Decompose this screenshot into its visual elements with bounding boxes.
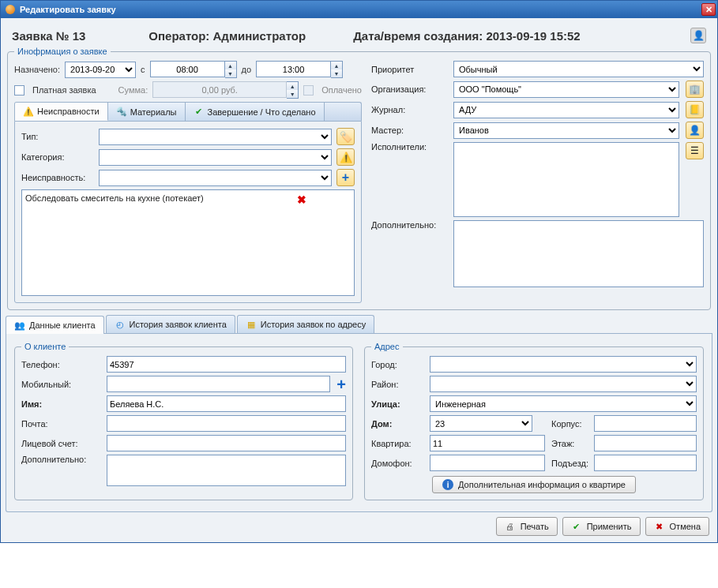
spin-down-icon[interactable]: ▼ — [331, 69, 342, 77]
apply-button[interactable]: ✔ Применить — [562, 517, 641, 536]
tab-defects[interactable]: ⚠️ Неисправности — [15, 103, 108, 121]
client-tabs: 👥 Данные клиента ◴ История заявок клиент… — [6, 315, 712, 334]
check-icon: ✔ — [571, 521, 582, 532]
tab-defects-body: Тип: 🏷️ Категория: ⚠️ Неисправность: — [14, 121, 362, 303]
assigned-date[interactable]: 2013-09-20 — [65, 62, 136, 78]
priority-label: Приоритет — [371, 65, 450, 74]
spin-down-icon[interactable]: ▼ — [225, 69, 236, 77]
tab-done[interactable]: ✔ Завершение / Что сделано — [186, 103, 325, 121]
spin-down-icon: ▼ — [287, 90, 298, 98]
apt-more-info-button[interactable]: i Дополнительная информация о квартире — [432, 476, 636, 493]
add-mobile-icon[interactable]: + — [336, 376, 346, 392]
type-select[interactable] — [99, 129, 332, 145]
flat-label: Квартира: — [371, 439, 427, 448]
apply-label: Применить — [587, 522, 632, 531]
korpus-label: Корпус: — [551, 419, 591, 429]
flat-input[interactable] — [430, 435, 545, 451]
email-label: Почта: — [21, 419, 103, 429]
created-label: Дата/время создания: — [353, 29, 483, 43]
defect-list[interactable]: Обследовать смеситель на кухне (потекает… — [21, 189, 355, 296]
org-label: Организация: — [371, 84, 450, 94]
address-legend: Адрес — [371, 342, 403, 351]
time-to[interactable] — [256, 61, 331, 77]
master-select[interactable]: Иванов — [453, 122, 679, 139]
button-bar: 🖨 Печать ✔ Применить ✖ Отмена — [6, 512, 712, 537]
cancel-label: Отмена — [670, 522, 701, 531]
defect-select[interactable] — [99, 170, 332, 186]
priority-select[interactable]: Обычный — [453, 61, 704, 77]
mobile-input[interactable] — [107, 376, 330, 392]
time-from[interactable] — [150, 61, 225, 77]
org-select[interactable]: ООО "Помощь" — [453, 81, 679, 98]
titlebar: Редактировать заявку ✕ — [1, 1, 717, 18]
client-extra-text[interactable] — [107, 455, 346, 486]
head-user-icon[interactable]: 👤 — [690, 28, 706, 43]
book-icon: 📒 — [689, 104, 701, 115]
cancel-icon: ✖ — [654, 521, 665, 532]
entrance-input[interactable] — [594, 455, 697, 471]
warning-icon: ⚠️ — [23, 106, 34, 117]
address-fieldset: Адрес Город: Район: Улица: Инженерная — [364, 342, 704, 500]
email-input[interactable] — [107, 415, 346, 432]
operator-value: Администратор — [213, 29, 306, 43]
app-icon — [6, 5, 15, 14]
client-legend: О клиенте — [21, 342, 69, 351]
cancel-button[interactable]: ✖ Отмена — [645, 517, 709, 536]
tab-materials-label: Материалы — [130, 107, 177, 117]
plus-icon: + — [342, 170, 349, 185]
header-row: Заявка № 13 Оператор: Администратор Дата… — [6, 23, 712, 45]
add-defect-button[interactable]: + — [336, 169, 355, 186]
name-label: Имя: — [21, 399, 103, 409]
executors-list[interactable] — [453, 142, 679, 217]
intercom-input[interactable] — [430, 455, 545, 471]
print-icon: 🖨 — [505, 521, 516, 532]
warning-icon: ⚠️ — [340, 152, 352, 163]
category-warn-button[interactable]: ⚠️ — [336, 148, 355, 166]
city-label: Город: — [371, 360, 427, 369]
request-no-label: Заявка № — [12, 29, 69, 43]
intercom-label: Домофон: — [371, 459, 427, 468]
account-input[interactable] — [107, 435, 346, 451]
org-button[interactable]: 🏢 — [686, 81, 704, 98]
close-button[interactable]: ✕ — [701, 3, 716, 16]
type-lookup-button[interactable]: 🏷️ — [336, 128, 355, 145]
korpus-input[interactable] — [594, 415, 697, 432]
extra-label: Дополнительно: — [21, 455, 103, 464]
street-select[interactable]: Инженерная — [430, 395, 697, 412]
spin-up-icon[interactable]: ▲ — [331, 62, 342, 69]
paid-checkbox[interactable] — [14, 85, 24, 96]
defect-item-1[interactable]: Обследовать смеситель на кухне (потекает… — [25, 193, 204, 203]
name-input[interactable] — [107, 395, 346, 412]
street-label: Улица: — [371, 399, 427, 409]
mobile-label: Мобильный: — [21, 380, 103, 389]
tab-client-history[interactable]: ◴ История заявок клиента — [106, 315, 235, 333]
floor-label: Этаж: — [551, 439, 591, 448]
journal-select[interactable]: АДУ — [453, 102, 679, 118]
master-button[interactable]: 👤 — [686, 122, 704, 139]
master-label: Мастер: — [371, 125, 450, 135]
tab-addr-history[interactable]: ▦ История заявок по адресу — [237, 315, 374, 333]
journal-label: Журнал: — [371, 105, 450, 114]
district-select[interactable] — [430, 376, 697, 392]
house-label: Дом: — [371, 419, 427, 429]
city-select[interactable] — [430, 356, 697, 373]
executors-button[interactable]: ☰ — [686, 142, 704, 159]
request-info-legend: Инофрмация о заявке — [14, 47, 111, 56]
house-select[interactable]: 23 — [430, 415, 532, 432]
print-button[interactable]: 🖨 Печать — [496, 517, 558, 536]
spin-up-icon[interactable]: ▲ — [225, 62, 236, 69]
category-select[interactable] — [99, 149, 332, 166]
request-info-fieldset: Инофрмация о заявке Назначено: 2013-09-2… — [7, 47, 711, 310]
tag-icon: 🏷️ — [340, 131, 352, 143]
journal-button[interactable]: 📒 — [686, 101, 704, 118]
delete-defect-icon[interactable]: ✖ — [297, 193, 306, 206]
assigned-label: Назначено: — [14, 65, 60, 74]
floor-input[interactable] — [594, 435, 697, 451]
additional-text[interactable] — [453, 220, 704, 287]
phone-input[interactable] — [107, 356, 346, 373]
paid-done-checkbox — [303, 85, 314, 96]
tab-client-data[interactable]: 👥 Данные клиента — [6, 316, 104, 334]
executors-label: Исполнители: — [371, 142, 450, 152]
tab-materials[interactable]: 🔩 Материалы — [108, 103, 186, 121]
person-icon: 👤 — [689, 125, 701, 136]
